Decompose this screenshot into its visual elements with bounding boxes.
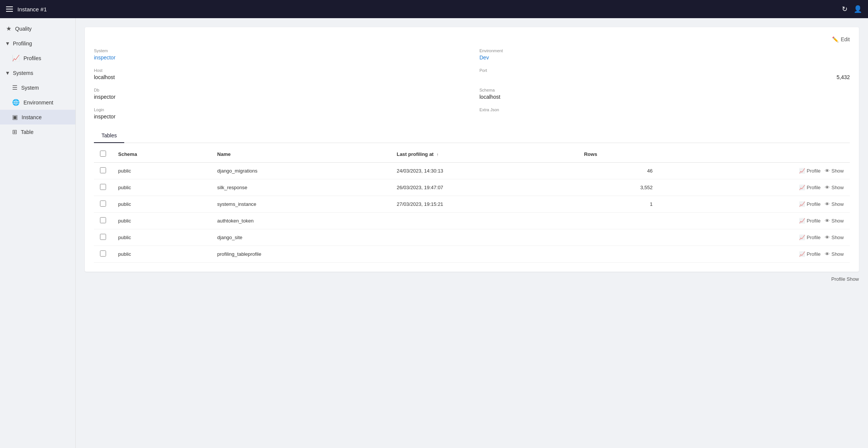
row-checkbox[interactable]	[100, 167, 106, 173]
info-field-environment: Environment Dev	[479, 48, 850, 61]
info-value[interactable]: Dev	[479, 54, 850, 61]
sidebar-label-systems: Systems	[13, 70, 33, 76]
show-label: Show	[831, 168, 844, 174]
profile-label: Profile	[807, 168, 821, 174]
info-field-schema: Schema localhost	[479, 88, 850, 100]
sidebar-item-quality[interactable]: ★Quality	[0, 21, 75, 36]
profile-button[interactable]: 📈 Profile	[799, 218, 821, 224]
show-icon: 👁	[825, 185, 830, 190]
sort-icon: ↑	[437, 152, 439, 157]
sidebar-label-table: Table	[21, 129, 33, 135]
show-icon: 👁	[825, 218, 830, 224]
table-header-row: Schema Name Last profiling at ↑ Rows	[94, 146, 850, 163]
info-label: System	[94, 48, 464, 53]
header-rows: Rows	[578, 146, 659, 163]
sidebar-item-profiling[interactable]: ▾Profiling	[0, 36, 75, 51]
row-actions: 📈 Profile 👁 Show	[659, 179, 850, 196]
sidebar-item-environment[interactable]: 🌐Environment	[0, 95, 75, 110]
row-rows: 3,552	[578, 179, 659, 196]
profile-button[interactable]: 📈 Profile	[799, 201, 821, 207]
card-header: ✏️ Edit	[94, 36, 850, 42]
sidebar-label-profiling: Profiling	[13, 40, 32, 47]
info-field-system: System inspector	[94, 48, 464, 61]
profile-label: Profile	[807, 201, 821, 207]
row-rows: 46	[578, 163, 659, 179]
profile-label: Profile	[807, 218, 821, 224]
user-icon[interactable]: 👤	[854, 5, 862, 13]
profile-button[interactable]: 📈 Profile	[799, 168, 821, 174]
header-last-profiling[interactable]: Last profiling at ↑	[390, 146, 578, 163]
profile-label: Profile	[807, 235, 821, 240]
row-name: authtoken_token	[211, 213, 391, 229]
layout: ★Quality▾Profiling📈Profiles▾Systems☰Syst…	[0, 18, 868, 448]
row-checkbox-cell	[94, 246, 112, 263]
profile-icon: 📈	[799, 201, 805, 207]
row-last-profiling	[390, 229, 578, 246]
environment-icon: 🌐	[12, 99, 20, 106]
row-schema: public	[112, 196, 211, 213]
sidebar-item-systems[interactable]: ▾Systems	[0, 65, 75, 80]
table-row: public silk_response 26/03/2023, 19:47:0…	[94, 179, 850, 196]
show-button[interactable]: 👁 Show	[825, 251, 844, 257]
instance-icon: ▣	[12, 114, 18, 121]
row-rows	[578, 229, 659, 246]
table-row: public profiling_tableprofile 📈 Profile …	[94, 246, 850, 263]
header-actions	[659, 146, 850, 163]
edit-button[interactable]: ✏️ Edit	[832, 36, 850, 42]
info-label: Environment	[479, 48, 850, 53]
sidebar-item-system[interactable]: ☰System	[0, 80, 75, 95]
sidebar-item-profiles[interactable]: 📈Profiles	[0, 51, 75, 65]
sidebar-label-system: System	[21, 85, 39, 91]
show-icon: 👁	[825, 251, 830, 257]
refresh-icon[interactable]: ↻	[842, 5, 848, 13]
sidebar-item-table[interactable]: ⊞Table	[0, 124, 75, 139]
show-button[interactable]: 👁 Show	[825, 218, 844, 224]
edit-label: Edit	[841, 36, 850, 42]
row-checkbox-cell	[94, 213, 112, 229]
row-actions: 📈 Profile 👁 Show	[659, 213, 850, 229]
bottom-bar: Profile Show	[85, 272, 859, 282]
row-checkbox[interactable]	[100, 217, 106, 223]
tab-tables[interactable]: Tables	[94, 129, 124, 143]
profile-button[interactable]: 📈 Profile	[799, 185, 821, 190]
info-label: Db	[94, 88, 464, 92]
row-checkbox[interactable]	[100, 234, 106, 240]
row-checkbox-cell	[94, 163, 112, 179]
main-content: ✏️ Edit System inspectorEnvironment DevH…	[76, 18, 868, 448]
hamburger-menu[interactable]	[6, 6, 13, 12]
row-checkbox[interactable]	[100, 184, 106, 190]
profile-icon: 📈	[799, 235, 805, 240]
row-rows	[578, 213, 659, 229]
sidebar-item-instance[interactable]: ▣Instance	[0, 110, 75, 124]
info-value: localhost	[479, 94, 850, 100]
profile-label: Profile	[807, 251, 821, 257]
profile-button[interactable]: 📈 Profile	[799, 251, 821, 257]
table-row: public django_migrations 24/03/2023, 14:…	[94, 163, 850, 179]
sidebar-label-profiles: Profiles	[23, 55, 41, 61]
info-field-db: Db inspector	[94, 88, 464, 100]
topbar-left: Instance #1	[6, 6, 47, 12]
row-name: django_site	[211, 229, 391, 246]
quality-icon: ★	[6, 25, 11, 32]
profile-button[interactable]: 📈 Profile	[799, 235, 821, 240]
row-last-profiling: 26/03/2023, 19:47:07	[390, 179, 578, 196]
row-actions: 📈 Profile 👁 Show	[659, 163, 850, 179]
show-button[interactable]: 👁 Show	[825, 235, 844, 240]
show-button[interactable]: 👁 Show	[825, 201, 844, 207]
row-actions: 📈 Profile 👁 Show	[659, 196, 850, 213]
info-field-extra-json: Extra json	[479, 107, 850, 120]
info-label: Host	[94, 68, 464, 73]
show-button[interactable]: 👁 Show	[825, 185, 844, 190]
row-checkbox[interactable]	[100, 201, 106, 207]
systems-icon: ▾	[6, 69, 9, 76]
row-checkbox[interactable]	[100, 250, 106, 257]
select-all-checkbox[interactable]	[100, 151, 106, 157]
header-schema: Schema	[112, 146, 211, 163]
row-schema: public	[112, 179, 211, 196]
show-button[interactable]: 👁 Show	[825, 168, 844, 174]
instance-info-grid: System inspectorEnvironment DevHost loca…	[94, 48, 850, 120]
row-rows	[578, 246, 659, 263]
info-value[interactable]: inspector	[94, 54, 464, 61]
row-last-profiling: 27/03/2023, 19:15:21	[390, 196, 578, 213]
row-schema: public	[112, 246, 211, 263]
